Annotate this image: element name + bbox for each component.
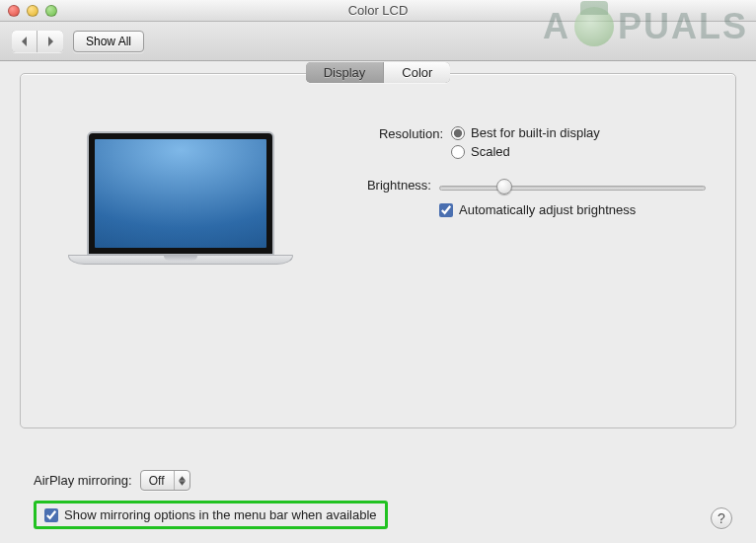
display-settings-form: Resolution: Best for built-in display Sc… bbox=[356, 125, 706, 231]
window-controls bbox=[8, 5, 57, 17]
bottom-controls: AirPlay mirroring: Off Show mirroring op… bbox=[34, 470, 736, 529]
tab-bar: Display Color bbox=[21, 62, 735, 83]
resolution-best-label: Best for built-in display bbox=[471, 125, 600, 140]
settings-panel: Display Color Resolution: Best for built… bbox=[20, 73, 736, 428]
brightness-slider[interactable] bbox=[439, 179, 706, 196]
brightness-row: Brightness: Automatically adjust brightn… bbox=[356, 177, 706, 217]
resolution-row: Resolution: Best for built-in display Sc… bbox=[356, 125, 706, 163]
minimize-window-button[interactable] bbox=[27, 5, 38, 17]
window-title: Color LCD bbox=[0, 3, 756, 18]
slider-track bbox=[439, 186, 706, 191]
nav-segment bbox=[12, 31, 63, 52]
tab-color[interactable]: Color bbox=[384, 62, 450, 83]
chevron-right-icon bbox=[45, 37, 55, 46]
resolution-scaled-option[interactable]: Scaled bbox=[451, 144, 706, 159]
forward-button[interactable] bbox=[38, 31, 63, 52]
window-titlebar: Color LCD bbox=[0, 0, 756, 22]
airplay-value: Off bbox=[141, 474, 175, 488]
display-device-illustration bbox=[68, 131, 293, 299]
close-window-button[interactable] bbox=[8, 5, 20, 17]
help-icon: ? bbox=[718, 510, 725, 526]
back-button[interactable] bbox=[12, 31, 38, 52]
resolution-best-option[interactable]: Best for built-in display bbox=[451, 125, 706, 140]
airplay-label: AirPlay mirroring: bbox=[34, 473, 132, 488]
show-mirroring-option[interactable]: Show mirroring options in the menu bar w… bbox=[34, 501, 388, 529]
resolution-scaled-radio[interactable] bbox=[451, 145, 465, 159]
show-mirroring-label: Show mirroring options in the menu bar w… bbox=[64, 507, 377, 522]
brightness-label: Brightness: bbox=[356, 177, 439, 193]
resolution-best-radio[interactable] bbox=[451, 126, 465, 140]
zoom-window-button[interactable] bbox=[45, 5, 57, 17]
resolution-scaled-label: Scaled bbox=[471, 144, 510, 159]
help-button[interactable]: ? bbox=[711, 507, 732, 529]
popup-arrows-icon bbox=[174, 471, 189, 490]
tab-display[interactable]: Display bbox=[306, 62, 385, 83]
show-mirroring-checkbox[interactable] bbox=[44, 508, 58, 522]
auto-brightness-option[interactable]: Automatically adjust brightness bbox=[439, 202, 706, 217]
airplay-row: AirPlay mirroring: Off bbox=[34, 470, 736, 491]
auto-brightness-checkbox[interactable] bbox=[439, 203, 453, 217]
slider-thumb[interactable] bbox=[496, 179, 512, 194]
content-area: Display Color Resolution: Best for built… bbox=[0, 61, 756, 543]
chevron-left-icon bbox=[20, 37, 30, 46]
airplay-mirroring-popup[interactable]: Off bbox=[140, 470, 191, 491]
resolution-label: Resolution: bbox=[356, 125, 451, 141]
auto-brightness-label: Automatically adjust brightness bbox=[459, 202, 636, 217]
show-all-button[interactable]: Show All bbox=[73, 31, 144, 52]
toolbar: Show All bbox=[0, 22, 756, 61]
